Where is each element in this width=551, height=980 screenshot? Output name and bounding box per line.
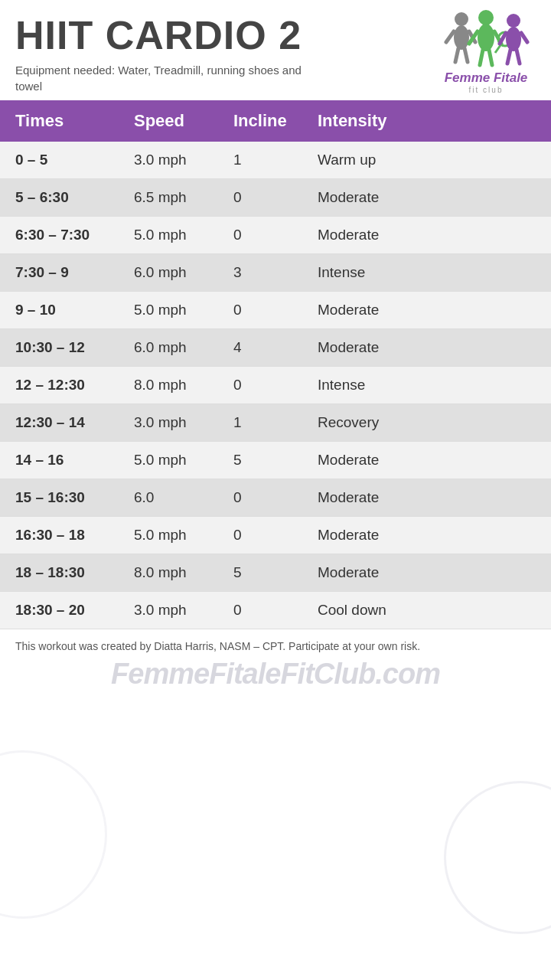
cell-incline: 3: [218, 254, 302, 292]
col-speed: Speed: [119, 100, 218, 142]
cell-speed: 3.0 mph: [119, 592, 218, 629]
cell-intensity: Moderate: [302, 292, 551, 329]
table-row: 9 – 105.0 mph0Moderate: [0, 292, 551, 329]
cell-intensity: Moderate: [302, 517, 551, 554]
cell-incline: 0: [218, 292, 302, 329]
logo-figures-svg: [440, 10, 532, 71]
cell-intensity: Moderate: [302, 217, 551, 254]
svg-point-15: [506, 27, 521, 51]
footer-brand: FemmeFitaleFitClub.com: [15, 658, 536, 691]
cell-incline: 4: [218, 329, 302, 367]
table-row: 12:30 – 143.0 mph1Recovery: [0, 404, 551, 442]
svg-point-0: [455, 12, 468, 26]
cell-intensity: Moderate: [302, 179, 551, 217]
cell-speed: 5.0 mph: [119, 442, 218, 479]
logo-area: Femme Fitale fit club: [436, 10, 536, 94]
cell-times: 12 – 12:30: [0, 367, 119, 404]
svg-line-13: [495, 45, 500, 53]
cell-speed: 3.0 mph: [119, 142, 218, 179]
table-row: 16:30 – 185.0 mph0Moderate: [0, 517, 551, 554]
svg-line-5: [465, 48, 468, 62]
cell-times: 18 – 18:30: [0, 554, 119, 592]
cell-speed: 5.0 mph: [119, 517, 218, 554]
cell-intensity: Moderate: [302, 442, 551, 479]
table-row: 0 – 53.0 mph1Warm up: [0, 142, 551, 179]
equipment-text: Equipment needed: Water, Treadmill, runn…: [15, 62, 321, 94]
cell-times: 10:30 – 12: [0, 329, 119, 367]
table-row: 10:30 – 126.0 mph4Moderate: [0, 329, 551, 367]
cell-speed: 8.0 mph: [119, 367, 218, 404]
watermark-circle-br: [444, 781, 551, 934]
workout-table: Times Speed Incline Intensity 0 – 53.0 m…: [0, 100, 551, 629]
svg-point-14: [507, 14, 520, 28]
cell-incline: 1: [218, 142, 302, 179]
cell-intensity: Moderate: [302, 554, 551, 592]
cell-times: 6:30 – 7:30: [0, 217, 119, 254]
table-row: 5 – 6:306.5 mph0Moderate: [0, 179, 551, 217]
cell-intensity: Intense: [302, 254, 551, 292]
svg-line-19: [517, 50, 520, 64]
cell-speed: 6.5 mph: [119, 179, 218, 217]
page-wrapper: HIIT CARDIO 2 Equipment needed: Water, T…: [0, 0, 551, 980]
logo-text-main: Femme Fitale: [445, 71, 528, 86]
cell-incline: 0: [218, 217, 302, 254]
svg-line-11: [489, 50, 492, 65]
cell-intensity: Cool down: [302, 592, 551, 629]
cell-speed: 5.0 mph: [119, 217, 218, 254]
header: HIIT CARDIO 2 Equipment needed: Water, T…: [0, 0, 551, 100]
svg-line-18: [507, 50, 510, 64]
cell-incline: 0: [218, 367, 302, 404]
cell-incline: 0: [218, 517, 302, 554]
cell-times: 9 – 10: [0, 292, 119, 329]
page-title: HIIT CARDIO 2: [15, 14, 436, 57]
footer: This workout was created by Diatta Harri…: [0, 629, 551, 697]
table-row: 18:30 – 203.0 mph0Cool down: [0, 592, 551, 629]
cell-incline: 0: [218, 479, 302, 517]
cell-intensity: Intense: [302, 367, 551, 404]
header-left: HIIT CARDIO 2 Equipment needed: Water, T…: [15, 14, 436, 94]
cell-intensity: Recovery: [302, 404, 551, 442]
svg-point-6: [478, 10, 494, 25]
cell-incline: 1: [218, 404, 302, 442]
watermark-circle-bl: [0, 750, 107, 919]
cell-incline: 0: [218, 592, 302, 629]
logo-text-sub: fit club: [469, 86, 504, 94]
table-row: 18 – 18:308.0 mph5Moderate: [0, 554, 551, 592]
cell-times: 18:30 – 20: [0, 592, 119, 629]
cell-intensity: Warm up: [302, 142, 551, 179]
cell-speed: 5.0 mph: [119, 292, 218, 329]
cell-times: 5 – 6:30: [0, 179, 119, 217]
cell-incline: 0: [218, 179, 302, 217]
col-times: Times: [0, 100, 119, 142]
workout-table-container: Times Speed Incline Intensity 0 – 53.0 m…: [0, 100, 551, 629]
svg-line-4: [455, 48, 458, 62]
table-row: 7:30 – 96.0 mph3Intense: [0, 254, 551, 292]
col-incline: Incline: [218, 100, 302, 142]
svg-line-10: [480, 50, 483, 65]
svg-line-2: [446, 31, 454, 42]
cell-times: 15 – 16:30: [0, 479, 119, 517]
cell-speed: 8.0 mph: [119, 554, 218, 592]
cell-incline: 5: [218, 554, 302, 592]
table-row: 12 – 12:308.0 mph0Intense: [0, 367, 551, 404]
svg-point-1: [454, 25, 469, 50]
col-intensity: Intensity: [302, 100, 551, 142]
svg-point-7: [478, 24, 494, 51]
cell-times: 7:30 – 9: [0, 254, 119, 292]
cell-speed: 3.0 mph: [119, 404, 218, 442]
table-row: 15 – 16:306.00Moderate: [0, 479, 551, 517]
cell-speed: 6.0 mph: [119, 329, 218, 367]
cell-intensity: Moderate: [302, 479, 551, 517]
cell-times: 0 – 5: [0, 142, 119, 179]
table-row: 6:30 – 7:305.0 mph0Moderate: [0, 217, 551, 254]
cell-speed: 6.0: [119, 479, 218, 517]
svg-line-17: [521, 33, 527, 42]
cell-incline: 5: [218, 442, 302, 479]
cell-intensity: Moderate: [302, 329, 551, 367]
cell-speed: 6.0 mph: [119, 254, 218, 292]
cell-times: 14 – 16: [0, 442, 119, 479]
table-row: 14 – 165.0 mph5Moderate: [0, 442, 551, 479]
footer-disclaimer: This workout was created by Diatta Harri…: [15, 639, 536, 655]
cell-times: 12:30 – 14: [0, 404, 119, 442]
cell-times: 16:30 – 18: [0, 517, 119, 554]
